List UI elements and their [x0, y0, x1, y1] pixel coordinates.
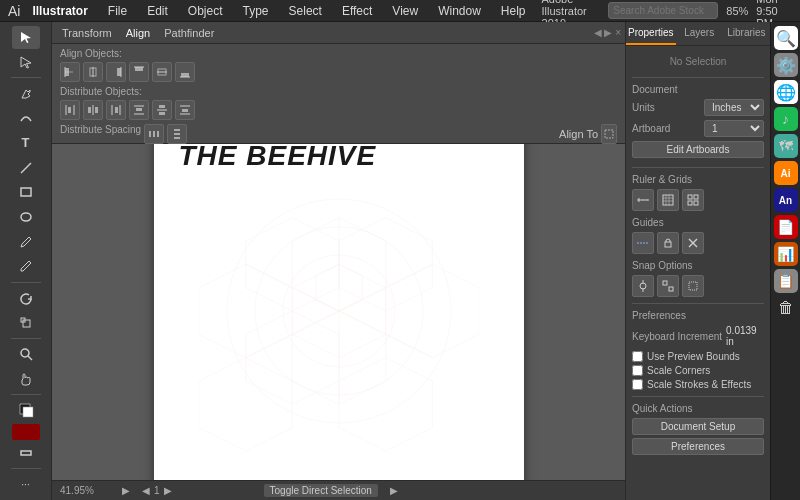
pencil-tool[interactable] [12, 255, 40, 278]
zoom-level[interactable]: 41.95% [60, 485, 110, 496]
dist-space-v[interactable] [167, 124, 187, 144]
direct-select-btn[interactable]: Toggle Direct Selection [264, 484, 378, 497]
artboard-next[interactable]: ▶ [164, 485, 172, 496]
artboard-prop-label: Artboard [632, 123, 670, 134]
pen-tool[interactable] [12, 82, 40, 105]
grid-btn[interactable] [657, 189, 679, 211]
dist-right[interactable] [106, 100, 126, 120]
ruler-btn[interactable] [632, 189, 654, 211]
artboard-select[interactable]: 1 [704, 120, 764, 137]
dock-powerpoint[interactable]: 📊 [774, 242, 798, 266]
preferences-btn[interactable]: Preferences [632, 438, 764, 455]
menu-object[interactable]: Object [184, 2, 227, 20]
align-left[interactable] [60, 62, 80, 82]
artboard-prev[interactable]: ◀ [142, 485, 150, 496]
dock-maps[interactable]: 🗺 [774, 134, 798, 158]
align-right[interactable] [106, 62, 126, 82]
ruler-grids-label: Ruler & Grids [632, 174, 764, 185]
dist-bottom[interactable] [175, 100, 195, 120]
scale-tool[interactable] [12, 311, 40, 334]
menu-window[interactable]: Window [434, 2, 485, 20]
search-input[interactable] [608, 2, 718, 19]
menu-edit[interactable]: Edit [143, 2, 172, 20]
curvature-tool[interactable] [12, 107, 40, 130]
use-preview-bounds-row: Use Preview Bounds [632, 351, 764, 362]
paintbrush-tool[interactable] [12, 230, 40, 253]
align-to-selection[interactable] [601, 124, 617, 144]
dock-unknown[interactable]: 📋 [774, 269, 798, 293]
svg-rect-74 [688, 195, 692, 199]
tab-layers[interactable]: Layers [676, 22, 723, 45]
menu-view[interactable]: View [388, 2, 422, 20]
units-select[interactable]: Inches Pixels Millimeters Centimeters Po… [704, 99, 764, 116]
dock-spotify[interactable]: ♪ [774, 107, 798, 131]
dist-left[interactable] [60, 100, 80, 120]
line-tool[interactable] [12, 156, 40, 179]
dock-animate[interactable]: An [774, 188, 798, 212]
align-top[interactable] [129, 62, 149, 82]
svg-rect-43 [157, 131, 159, 137]
show-guides-btn[interactable] [632, 232, 654, 254]
divider-2 [632, 167, 764, 168]
snap-grid-btn[interactable] [657, 275, 679, 297]
align-bottom[interactable] [175, 62, 195, 82]
dock-illustrator[interactable]: Ai [774, 161, 798, 185]
rect-tool[interactable] [12, 181, 40, 204]
lock-guides-btn[interactable] [657, 232, 679, 254]
selection-tool[interactable] [12, 26, 40, 49]
svg-rect-30 [115, 107, 118, 113]
align-center-v[interactable] [152, 62, 172, 82]
direct-select-arrow[interactable]: ▶ [390, 485, 398, 496]
dock-finder[interactable]: 🔍 [774, 26, 798, 50]
zoom-tool[interactable] [12, 343, 40, 366]
fill-color[interactable] [12, 399, 40, 422]
scale-strokes-label: Scale Strokes & Effects [647, 379, 751, 390]
image-preview[interactable] [12, 424, 40, 440]
type-tool[interactable]: T [12, 132, 40, 155]
scale-corners-check[interactable] [632, 365, 643, 376]
snap-pixel-btn[interactable] [682, 275, 704, 297]
status-bar: 41.95% ▶ ◀ 1 ▶ Toggle Direct Selection ▶ [52, 480, 625, 500]
tab-transform[interactable]: Transform [56, 25, 118, 41]
document-setup-btn[interactable]: Document Setup [632, 418, 764, 435]
clear-guides-btn[interactable] [682, 232, 704, 254]
tab-pathfinder[interactable]: Pathfinder [158, 25, 220, 41]
app-name: Illustrator [32, 4, 87, 18]
menu-type[interactable]: Type [239, 2, 273, 20]
scale-strokes-check[interactable] [632, 379, 643, 390]
tab-align[interactable]: Align [120, 25, 156, 41]
preferences-label: Preferences [632, 310, 764, 321]
dock-system-prefs[interactable]: ⚙️ [774, 53, 798, 77]
menu-file[interactable]: File [104, 2, 131, 20]
keyboard-increment-label: Keyboard Increment [632, 331, 722, 342]
dist-top[interactable] [129, 100, 149, 120]
tab-libraries[interactable]: Libraries [723, 22, 770, 45]
grid-snap-btn[interactable] [682, 189, 704, 211]
direct-selection-tool[interactable] [12, 51, 40, 74]
hand-tool[interactable] [12, 367, 40, 390]
edit-artboards-btn[interactable]: Edit Artboards [632, 141, 764, 158]
dist-center-v[interactable] [152, 100, 172, 120]
dock-trash[interactable]: 🗑 [774, 296, 798, 320]
more-tools[interactable]: ··· [12, 473, 40, 496]
use-preview-bounds-check[interactable] [632, 351, 643, 362]
panel-arrows[interactable]: ◀ ▶ × [594, 27, 621, 38]
dock-chrome[interactable]: 🌐 [774, 80, 798, 104]
dist-space-h[interactable] [144, 124, 164, 144]
menu-help[interactable]: Help [497, 2, 530, 20]
rotate-tool[interactable] [12, 287, 40, 310]
stroke-settings[interactable] [12, 442, 40, 465]
ellipse-tool[interactable] [12, 206, 40, 229]
align-center-h[interactable] [83, 62, 103, 82]
canvas-area[interactable]: Artboard [52, 144, 625, 480]
menu-select[interactable]: Select [285, 2, 326, 20]
dock-acrobat[interactable]: 📄 [774, 215, 798, 239]
dist-center-h[interactable] [83, 100, 103, 120]
document-section-header: Document [632, 84, 764, 95]
svg-rect-86 [669, 287, 673, 291]
artboard-row: Artboard 1 [632, 120, 764, 137]
menu-effect[interactable]: Effect [338, 2, 376, 20]
svg-rect-3 [23, 320, 30, 327]
tab-properties[interactable]: Properties [626, 22, 676, 45]
snap-point-btn[interactable] [632, 275, 654, 297]
